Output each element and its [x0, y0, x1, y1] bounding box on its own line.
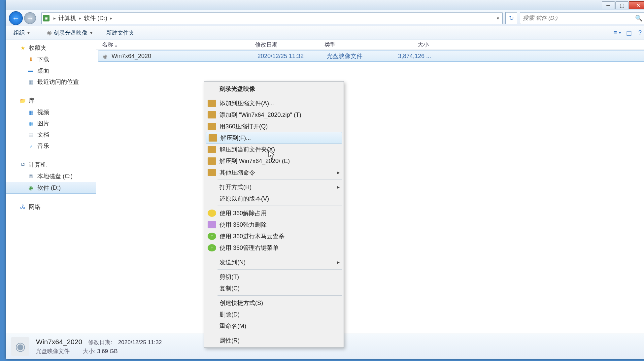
- breadcrumb-separator: ▸: [52, 16, 57, 21]
- address-bar[interactable]: ◉ ▸ 计算机 ▸ 软件 (D:) ▸ ▾: [41, 12, 503, 24]
- menu-360-unlock[interactable]: 使用 360解除占用: [205, 207, 343, 219]
- sidebar-item-downloads[interactable]: ⬇下载: [6, 54, 96, 65]
- toolbar: 组织▼ ◉ 刻录光盘映像▼ 新建文件夹 ≡ ▼ ◫ ?: [6, 26, 644, 40]
- back-button[interactable]: ←: [9, 11, 23, 25]
- sidebar-item-music[interactable]: ♪音乐: [6, 140, 96, 151]
- column-date[interactable]: 修改日期: [251, 41, 321, 49]
- menu-separator: [218, 206, 342, 206]
- view-options-button[interactable]: ≡ ▼: [614, 29, 622, 37]
- menu-add-archive[interactable]: 添加到压缩文件(A)...: [205, 97, 343, 109]
- file-iso-icon: ◉: [102, 53, 109, 59]
- titlebar: ─ ▢ ✕: [6, 0, 644, 10]
- menu-separator: [218, 333, 342, 333]
- file-type: 光盘映像文件: [323, 52, 392, 60]
- menu-360-manage-context[interactable]: ↑使用 360管理右键菜单: [205, 242, 343, 253]
- menu-separator: [218, 269, 342, 270]
- status-date-value: 2020/12/25 11:32: [118, 339, 162, 346]
- breadcrumb-separator: ▸: [109, 16, 114, 21]
- status-type-value: 光盘映像文件: [36, 347, 70, 355]
- menu-copy[interactable]: 复制(C): [205, 282, 343, 294]
- breadcrumb-separator: ▸: [78, 16, 83, 21]
- context-menu: 刻录光盘映像 添加到压缩文件(A)... 添加到 "Win7x64_2020.z…: [204, 81, 344, 348]
- sidebar-item-pictures[interactable]: ▦图片: [6, 118, 96, 129]
- menu-burn-image[interactable]: 刻录光盘映像: [205, 83, 343, 94]
- breadcrumb-computer[interactable]: 计算机: [57, 14, 78, 22]
- column-type[interactable]: 类型: [321, 41, 390, 49]
- sidebar-item-recent[interactable]: ▦最近访问的位置: [6, 76, 96, 87]
- menu-separator: [218, 180, 342, 180]
- column-size[interactable]: 大小: [390, 41, 433, 49]
- file-size: 3,874,126 ...: [392, 53, 435, 60]
- burn-image-button[interactable]: ◉ 刻录光盘映像▼: [44, 28, 96, 38]
- sidebar-libraries[interactable]: 📁库: [6, 95, 96, 107]
- new-folder-button[interactable]: 新建文件夹: [103, 28, 138, 38]
- column-headers: 名称▴ 修改日期 类型 大小: [96, 40, 644, 50]
- sidebar-network[interactable]: 🖧网络: [6, 201, 96, 213]
- close-button[interactable]: ✕: [629, 1, 644, 9]
- search-icon: 🔍: [635, 15, 642, 22]
- menu-separator: [218, 295, 342, 296]
- menu-extract-here[interactable]: 解压到当前文件夹(X): [205, 144, 343, 155]
- menu-extract-folder[interactable]: 解压到 Win7x64_2020\ (E): [205, 155, 343, 167]
- menu-send-to[interactable]: 发送到(N)▶: [205, 256, 343, 268]
- menu-open-with[interactable]: 打开方式(H)▶: [205, 181, 343, 193]
- preview-pane-button[interactable]: ◫: [625, 29, 633, 37]
- drive-icon: ◉: [43, 15, 50, 21]
- breadcrumb-location[interactable]: 软件 (D:): [83, 14, 109, 22]
- file-list-area: 名称▴ 修改日期 类型 大小 ◉ Win7x64_2020 2020/12/25…: [96, 40, 644, 334]
- sidebar-item-documents[interactable]: ▤文档: [6, 129, 96, 140]
- menu-rename[interactable]: 重命名(M): [205, 320, 343, 332]
- sidebar-item-localdisk-c[interactable]: ⛃本地磁盘 (C:): [6, 171, 96, 182]
- menu-add-zip[interactable]: 添加到 "Win7x64_2020.zip" (T): [205, 109, 343, 120]
- menu-separator: [218, 96, 342, 96]
- maximize-button[interactable]: ▢: [615, 1, 628, 9]
- navigation-bar: ← → ◉ ▸ 计算机 ▸ 软件 (D:) ▸ ▾ ↻ 🔍: [6, 10, 644, 26]
- refresh-button[interactable]: ↻: [505, 12, 517, 24]
- sidebar-item-software-d[interactable]: ◉软件 (D:): [6, 182, 96, 194]
- search-input[interactable]: [523, 15, 635, 21]
- status-date-label: 修改日期:: [88, 339, 112, 346]
- file-date: 2020/12/25 11:32: [254, 53, 323, 60]
- status-thumbnail-icon: ◉: [11, 337, 29, 356]
- menu-separator: [218, 255, 342, 255]
- menu-open-360zip[interactable]: 用360压缩打开(Q): [205, 120, 343, 132]
- forward-button[interactable]: →: [24, 12, 36, 24]
- menu-create-shortcut[interactable]: 创建快捷方式(S): [205, 297, 343, 309]
- menu-360-trojan-scan[interactable]: ↑使用 360进行木马云查杀: [205, 230, 343, 242]
- navigation-sidebar: ★收藏夹 ⬇下载 ▬桌面 ▦最近访问的位置 📁库 ▦视频 ▦图片 ▤文档 ♪音乐…: [6, 40, 96, 334]
- organize-button[interactable]: 组织▼: [10, 28, 34, 38]
- search-box[interactable]: 🔍: [520, 12, 644, 24]
- address-dropdown[interactable]: ▾: [495, 16, 501, 21]
- menu-cut[interactable]: 剪切(T): [205, 271, 343, 282]
- sidebar-computer[interactable]: 🖥计算机: [6, 159, 96, 171]
- sidebar-item-video[interactable]: ▦视频: [6, 107, 96, 118]
- minimize-button[interactable]: ─: [602, 1, 615, 9]
- status-size-value: 3.69 GB: [97, 348, 118, 354]
- help-button[interactable]: ?: [636, 29, 644, 37]
- menu-restore-version[interactable]: 还原以前的版本(V): [205, 193, 343, 204]
- file-name: Win7x64_2020: [112, 53, 254, 60]
- status-filename: Win7x64_2020: [36, 338, 82, 346]
- menu-360-force-delete[interactable]: 使用 360强力删除: [205, 219, 343, 230]
- sidebar-item-desktop[interactable]: ▬桌面: [6, 65, 96, 76]
- sidebar-favorites[interactable]: ★收藏夹: [6, 42, 96, 54]
- file-row-selected[interactable]: ◉ Win7x64_2020 2020/12/25 11:32 光盘映像文件 3…: [98, 50, 644, 62]
- column-name[interactable]: 名称▴: [96, 41, 251, 49]
- menu-extract-to[interactable]: 解压到(F)...: [206, 132, 342, 144]
- menu-properties[interactable]: 属性(R): [205, 335, 343, 346]
- menu-delete[interactable]: 删除(D): [205, 309, 343, 320]
- status-size-label: 大小:: [83, 348, 96, 354]
- menu-other-compress[interactable]: 其他压缩命令▶: [205, 167, 343, 178]
